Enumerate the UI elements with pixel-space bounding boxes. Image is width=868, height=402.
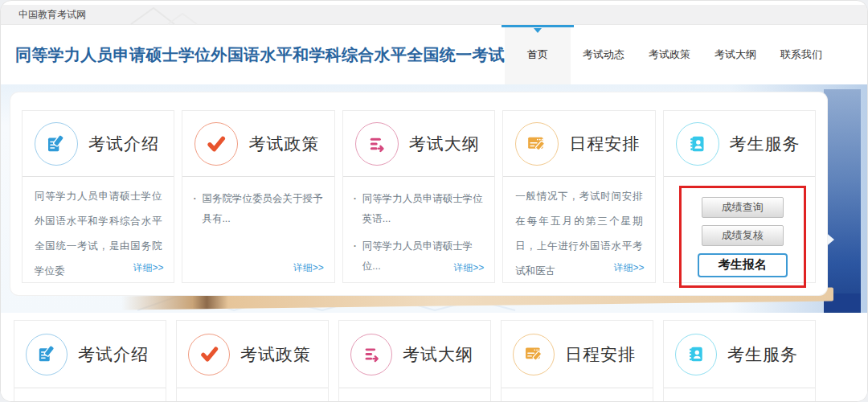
card-title: 考试大纲	[403, 343, 473, 366]
document-arrow-icon	[355, 122, 399, 166]
card-header: 考试大纲	[339, 321, 490, 388]
document-pen-icon	[35, 122, 78, 166]
card-title: 考试大纲	[409, 133, 480, 155]
tab-exam-policy[interactable]: 考试政策	[637, 25, 702, 84]
shortcut-exam-policy[interactable]: 考试政策	[176, 320, 329, 402]
hero-section: 考试介绍 同等学力人员申请硕士学位外国语水平和学科综合水平全国统一考试，是由国务…	[1, 84, 867, 313]
shortcut-exam-outline[interactable]: 考试大纲	[338, 320, 491, 402]
highlight-annotation-box: 成绩查询 成绩复核 考生报名	[679, 186, 806, 288]
shortcut-exam-intro[interactable]: 考试介绍	[14, 320, 166, 402]
card-exam-outline: 考试大纲 同等学力人员申请硕士学位英语... 同等学力人员申请硕士学位... 详…	[342, 110, 495, 283]
card-header: 考生服务	[664, 321, 815, 388]
shortcut-section: 考试介绍 考试政策	[1, 313, 867, 402]
card-header: 日程安排	[503, 111, 654, 177]
shortcut-schedule[interactable]: 日程安排	[501, 320, 653, 402]
page-title: 同等学力人员申请硕士学位外国语水平和学科综合水平全国统一考试	[15, 44, 505, 66]
tab-exam-outline[interactable]: 考试大纲	[702, 25, 768, 84]
card-header: 考试介绍	[14, 321, 166, 388]
mountain-watermark-icon	[129, 6, 234, 25]
tab-exam-news[interactable]: 考试动态	[571, 25, 637, 84]
card-schedule: 日程安排 一般情况下，考试时间安排在每年五月的第三个星期日，上午进行外国语水平考…	[502, 110, 655, 283]
card-header: 考试政策	[177, 321, 328, 388]
card-title: 考生服务	[730, 133, 800, 155]
main-nav: 首页 考试动态 考试政策 考试大纲 联系我们	[505, 25, 834, 84]
card-title: 考试政策	[248, 133, 319, 155]
site-name: 中国教育考试网	[18, 8, 86, 22]
browser-page: 中国教育考试网 同等学力人员申请硕士学位外国语水平和学科综合水平全国统一考试 首…	[0, 0, 868, 402]
shortcut-candidate-services[interactable]: 考生服务	[663, 320, 816, 402]
card-title: 日程安排	[565, 343, 636, 366]
detail-link[interactable]: 详细>>	[133, 261, 163, 275]
header: 同等学力人员申请硕士学位外国语水平和学科综合水平全国统一考试 首页 考试动态 考…	[1, 25, 867, 84]
card-title: 考生服务	[727, 343, 798, 366]
candidate-register-button[interactable]: 考生报名	[698, 253, 788, 277]
card-header: 日程安排	[502, 321, 653, 388]
content-panel: 考试介绍 同等学力人员申请硕士学位外国语水平和学科综合水平全国统一考试，是由国务…	[10, 92, 827, 295]
detail-link[interactable]: 详细>>	[614, 261, 645, 275]
card-title: 日程安排	[569, 133, 640, 155]
document-pen-icon	[26, 334, 68, 375]
card-candidate-services: 考生服务 成绩查询 成绩复核 考生报名	[663, 110, 816, 283]
detail-link[interactable]: 详细>>	[293, 261, 324, 275]
card-header: 考试政策	[182, 111, 334, 177]
card-exam-intro: 考试介绍 同等学力人员申请硕士学位外国语水平和学科综合水平全国统一考试，是由国务…	[22, 110, 174, 283]
card-exam-policy: 考试政策 国务院学位委员会关于授予具有... 详细>>	[182, 110, 334, 283]
schedule-pen-icon	[515, 122, 559, 166]
card-bullet-list: 国务院学位委员会关于授予具有...	[182, 177, 334, 229]
card-title: 考试介绍	[88, 133, 159, 155]
address-book-icon	[675, 334, 717, 375]
document-arrow-icon	[350, 334, 392, 375]
card-header: 考生服务	[664, 111, 815, 177]
list-item[interactable]: 同等学力人员申请硕士学位英语...	[362, 189, 485, 229]
tab-contact-us[interactable]: 联系我们	[768, 25, 834, 84]
card-title: 考试介绍	[78, 343, 149, 366]
card-title: 考试政策	[240, 343, 311, 366]
score-query-button[interactable]: 成绩查询	[702, 197, 784, 218]
topbar: 中国教育考试网	[1, 5, 867, 25]
list-item[interactable]: 国务院学位委员会关于授予具有...	[202, 189, 324, 229]
address-book-icon	[676, 122, 719, 166]
detail-link[interactable]: 详细>>	[453, 261, 484, 275]
score-review-button[interactable]: 成绩复核	[702, 225, 784, 246]
check-icon	[194, 122, 238, 166]
schedule-pen-icon	[513, 334, 555, 375]
card-header: 考试大纲	[343, 111, 494, 177]
check-icon	[188, 334, 230, 375]
card-header: 考试介绍	[23, 111, 174, 177]
hero-blue-band	[824, 89, 861, 313]
tab-home[interactable]: 首页	[505, 25, 571, 84]
